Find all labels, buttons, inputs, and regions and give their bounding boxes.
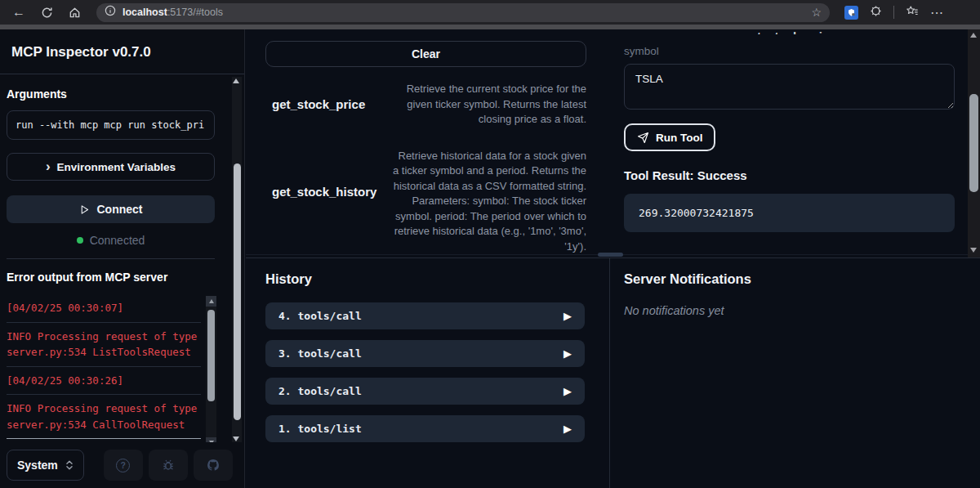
mcp-inspector-app: MCP Inspector v0.7.0 Arguments run --wit… [0,29,980,488]
error-log-scrollbar[interactable] [206,296,216,448]
help-icon: ? [116,459,130,472]
tool-description: Retrieve the current stock price for the… [378,82,586,128]
github-icon [207,459,220,472]
error-output-header: Error output from MCP server [7,271,215,284]
favorite-star-icon[interactable]: ☆ [811,6,822,19]
server-notifications-pane: Server Notifications No notifications ye… [611,258,980,488]
hscrollbar-thumb[interactable] [598,253,623,257]
tool-result-card: 269.32000732421875 [624,194,955,232]
arguments-input[interactable]: run --with mcp mcp run stock_pri [7,110,215,140]
address-bar[interactable]: localhost:5173/#tools ☆ [96,3,830,22]
refresh-icon[interactable] [36,2,57,22]
extensions-icon[interactable] [870,5,882,20]
history-item[interactable]: 3. tools/call▶ [265,340,585,367]
tools-pane-scrollbar-thumb[interactable] [969,94,978,192]
error-log-panel: [04/02/25 00:30:07]INFO Processing reque… [7,294,215,448]
home-icon[interactable] [64,2,85,22]
scroll-up-arrow-icon[interactable] [233,78,239,83]
chevron-right-icon: › [46,159,51,173]
password-manager-extension-icon[interactable] [844,6,858,20]
history-pane: History 4. tools/call▶3. tools/call▶2. t… [246,258,610,488]
status-text: Connected [90,234,145,247]
sidebar-scrollbar-thumb[interactable] [234,163,241,420]
server-notifications-title: Server Notifications [624,271,980,287]
tool-result-value: 269.32000732421875 [639,207,754,219]
tool-list-item[interactable]: get_stock_historyRetrieve historical dat… [272,149,586,255]
bug-icon [162,459,175,472]
environment-variables-button[interactable]: › Environment Variables [7,153,215,181]
history-list: 4. tools/call▶3. tools/call▶2. tools/cal… [265,302,585,442]
log-entry: INFO Processing request of type server.p… [7,323,201,367]
scroll-down-arrow-icon[interactable] [233,437,239,441]
bug-report-button[interactable] [149,450,188,481]
sidebar: MCP Inspector v0.7.0 Arguments run --wit… [0,29,245,488]
environment-variables-label: Environment Variables [57,161,176,173]
history-item-label: 2. tools/call [278,385,362,397]
tools-pane-scrollbar[interactable] [968,29,980,257]
lower-panes: History 4. tools/call▶3. tools/call▶2. t… [246,258,980,488]
tools-pane: Clear get_stock_priceRetrieve the curren… [246,29,980,257]
github-button[interactable] [194,450,233,481]
scroll-up-button[interactable] [206,296,216,307]
play-outline-icon [79,204,90,215]
tool-name: get_stock_history [272,185,376,199]
tool-result-header: Tool Result: Success [624,168,968,182]
play-icon: ▶ [564,347,572,360]
log-entry: [04/02/25 00:30:07] [7,294,201,323]
symbol-input[interactable]: TSLA [624,64,955,110]
error-log-list: [04/02/25 00:30:07]INFO Processing reque… [7,294,201,448]
tools-pane-hscrollbar[interactable] [246,253,968,257]
browser-menu-icon[interactable]: ⋯ [930,5,944,20]
no-notifications-message: No notifications yet [624,304,980,317]
connection-status: Connected [7,234,215,247]
arguments-label: Arguments [7,87,215,101]
tool-description: Retrieve historical data for a stock giv… [390,149,586,255]
tool-name: get_stock_price [272,97,365,111]
theme-select-value: System [17,459,58,472]
chrome-bottom-strip [0,25,980,29]
log-entry: INFO Processing request of type server.p… [7,395,201,439]
status-dot-icon [77,237,83,244]
scrollbar-thumb[interactable] [207,310,215,401]
scroll-up-arrow-icon[interactable] [970,33,977,38]
history-item[interactable]: 2. tools/call▶ [265,378,585,405]
history-title: History [265,271,609,287]
browser-toolbar-right: ⋯ [844,5,944,20]
clipped-tool-heading: get_stock_price [611,29,968,34]
log-entry: [04/02/25 00:30:26] [7,367,201,396]
sidebar-divider [7,258,215,259]
favorites-bar-icon[interactable] [906,5,919,20]
send-icon [637,132,649,144]
history-item-label: 3. tools/call [278,347,362,360]
sidebar-footer: System ? [0,442,244,488]
help-button[interactable]: ? [104,450,143,481]
chevron-up-down-icon [65,459,74,471]
sidebar-scrollbar[interactable] [232,77,242,443]
play-icon: ▶ [564,310,572,322]
browser-chrome: ← localhost:5173/#tools ☆ [0,0,980,25]
tool-list-item[interactable]: get_stock_priceRetrieve the current stoc… [272,82,586,128]
theme-select[interactable]: System [7,450,84,481]
history-item[interactable]: 1. tools/list▶ [265,415,585,442]
play-icon: ▶ [564,385,572,397]
run-tool-button[interactable]: Run Tool [624,123,715,151]
play-icon: ▶ [564,423,572,435]
back-icon[interactable]: ← [8,2,29,22]
clear-button[interactable]: Clear [265,41,586,67]
site-info-icon[interactable] [105,5,116,20]
history-item-label: 4. tools/call [278,310,362,322]
connect-button[interactable]: Connect [7,195,215,223]
main-content: Clear get_stock_priceRetrieve the curren… [246,29,980,488]
tool-runner-column: get_stock_price symbol TSLA Run Tool Too… [611,29,968,257]
footer-icon-buttons: ? [104,450,233,481]
history-item[interactable]: 4. tools/call▶ [265,302,585,329]
tools-list-column: Clear get_stock_priceRetrieve the curren… [246,29,611,257]
run-tool-label: Run Tool [656,132,702,144]
tools-list: get_stock_priceRetrieve the current stoc… [246,82,611,254]
scroll-down-arrow-icon[interactable] [970,248,977,253]
connect-label: Connect [97,203,143,216]
history-item-label: 1. tools/list [278,423,362,435]
app-title: MCP Inspector v0.7.0 [0,29,244,74]
url-text: localhost:5173/#tools [122,7,223,18]
toolbar-divider [893,6,894,19]
